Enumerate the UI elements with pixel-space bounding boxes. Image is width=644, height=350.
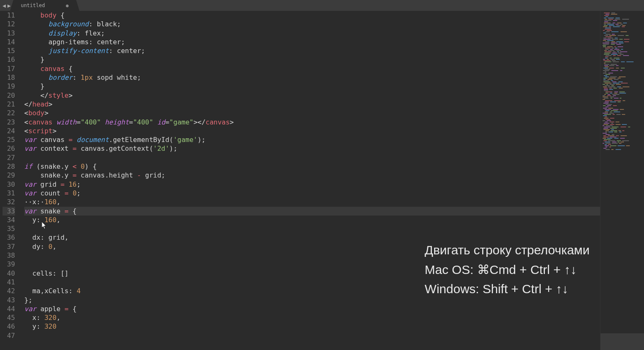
tip-line-1: Двигать строку стрелочками bbox=[425, 241, 590, 260]
tip-line-2: Mac OS: ⌘Cmd + Ctrl + ↑↓ bbox=[425, 260, 590, 280]
editor-container: 1112131415161718192021222324252627282930… bbox=[0, 11, 644, 350]
tab-dirty-indicator: ● bbox=[66, 3, 69, 8]
tab-label: untitled bbox=[21, 3, 45, 8]
line-number-gutter[interactable]: 1112131415161718192021222324252627282930… bbox=[0, 11, 21, 350]
code-editor[interactable]: body { background: black; display: flex;… bbox=[21, 11, 600, 350]
minimap-viewport[interactable] bbox=[601, 333, 644, 350]
nav-back-icon[interactable]: ◀ bbox=[3, 3, 6, 9]
tab-bar: ◀ ▶ untitled ● bbox=[0, 0, 644, 11]
minimap[interactable] bbox=[600, 11, 644, 350]
keyboard-shortcut-tip: Двигать строку стрелочками Mac OS: ⌘Cmd … bbox=[425, 241, 590, 299]
tip-line-3: Windows: Shift + Ctrl + ↑↓ bbox=[425, 279, 590, 299]
minimap-content bbox=[602, 13, 642, 150]
tab-untitled[interactable]: untitled ● bbox=[13, 0, 76, 11]
